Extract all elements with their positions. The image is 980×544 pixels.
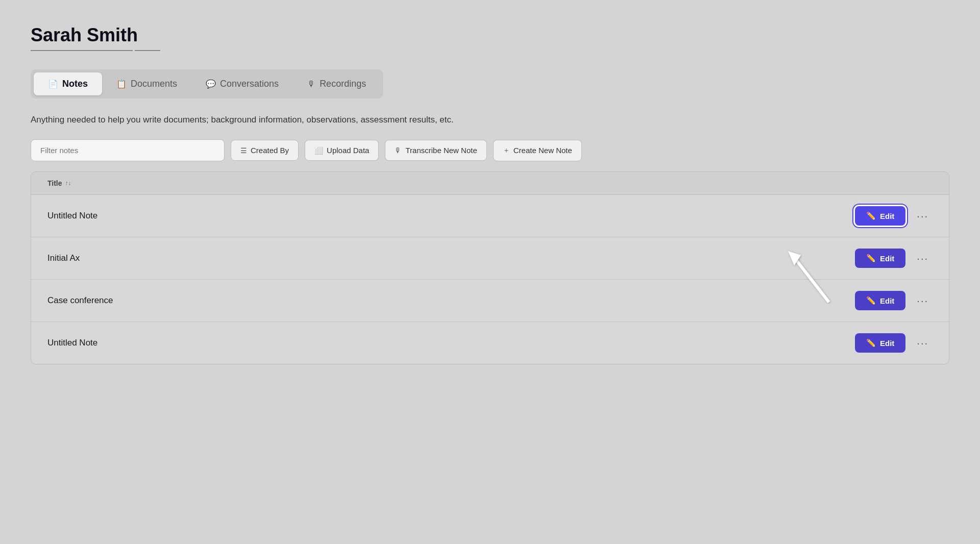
edit-pencil-icon: ✏️ bbox=[866, 211, 876, 220]
transcribe-label: Transcribe New Note bbox=[405, 146, 477, 155]
table-row: Untitled Note ✏️ Edit ··· bbox=[31, 322, 949, 364]
documents-icon: 📋 bbox=[116, 79, 127, 89]
title-column-label: Title bbox=[47, 179, 62, 187]
create-note-label: Create New Note bbox=[513, 146, 572, 155]
transcribe-button[interactable]: 🎙 Transcribe New Note bbox=[385, 140, 486, 161]
edit-pencil-icon: ✏️ bbox=[866, 296, 876, 305]
notes-icon: 📄 bbox=[48, 79, 58, 89]
notes-description: Anything needed to help you write docume… bbox=[31, 115, 949, 125]
tab-recordings-label: Recordings bbox=[320, 79, 366, 89]
underline-short bbox=[135, 50, 160, 51]
created-by-label: Created By bbox=[251, 146, 289, 155]
header-underline bbox=[31, 50, 949, 51]
row-actions: ✏️ Edit ··· bbox=[855, 291, 933, 310]
edit-button-2[interactable]: ✏️ Edit bbox=[855, 291, 905, 310]
edit-button-3[interactable]: ✏️ Edit bbox=[855, 333, 905, 353]
edit-label-3: Edit bbox=[880, 339, 894, 348]
row-title: Case conference bbox=[47, 295, 113, 306]
more-menu-button-1[interactable]: ··· bbox=[913, 251, 933, 266]
tab-notes-label: Notes bbox=[62, 79, 88, 89]
upload-data-button[interactable]: ⬜ Upload Data bbox=[305, 140, 379, 161]
row-actions: ✏️ Edit ··· bbox=[855, 206, 933, 226]
row-title: Initial Ax bbox=[47, 253, 80, 263]
table-rows-wrapper: Untitled Note ✏️ Edit ··· Initial Ax ✏️ … bbox=[31, 195, 949, 364]
tab-documents-label: Documents bbox=[131, 79, 177, 89]
table-row: Initial Ax ✏️ Edit ··· bbox=[31, 237, 949, 280]
patient-name: Sarah Smith bbox=[31, 24, 949, 46]
table-row: Case conference ✏️ Edit ··· bbox=[31, 280, 949, 322]
more-menu-button-0[interactable]: ··· bbox=[913, 208, 933, 224]
recordings-icon: 🎙 bbox=[307, 80, 315, 89]
more-menu-button-3[interactable]: ··· bbox=[913, 335, 933, 351]
table-row: Untitled Note ✏️ Edit ··· bbox=[31, 195, 949, 237]
plus-icon: ＋ bbox=[503, 146, 510, 155]
tab-documents[interactable]: 📋 Documents bbox=[102, 72, 191, 95]
mic-icon: 🎙 bbox=[395, 146, 402, 155]
edit-label-2: Edit bbox=[880, 296, 894, 305]
more-menu-button-2[interactable]: ··· bbox=[913, 293, 933, 309]
tabs-container: 📄 Notes 📋 Documents 💬 Conversations 🎙 Re… bbox=[31, 69, 383, 98]
filter-input[interactable] bbox=[31, 139, 225, 161]
edit-button-1[interactable]: ✏️ Edit bbox=[855, 249, 905, 268]
underline-long bbox=[31, 50, 133, 51]
edit-label-0: Edit bbox=[880, 212, 894, 220]
create-note-button[interactable]: ＋ Create New Note bbox=[493, 140, 582, 161]
edit-label-1: Edit bbox=[880, 254, 894, 263]
row-title: Untitled Note bbox=[47, 211, 97, 221]
tab-conversations-label: Conversations bbox=[220, 79, 279, 89]
page-header: Sarah Smith bbox=[31, 24, 949, 51]
toolbar: ☰ Created By ⬜ Upload Data 🎙 Transcribe … bbox=[31, 139, 949, 161]
row-actions: ✏️ Edit ··· bbox=[855, 249, 933, 268]
table-header: Title ↑↓ bbox=[31, 172, 949, 195]
sort-icon[interactable]: ↑↓ bbox=[65, 180, 71, 187]
filter-icon: ☰ bbox=[240, 146, 247, 155]
conversations-icon: 💬 bbox=[206, 79, 216, 89]
tab-recordings[interactable]: 🎙 Recordings bbox=[293, 72, 380, 95]
edit-pencil-icon: ✏️ bbox=[866, 254, 876, 263]
tab-notes[interactable]: 📄 Notes bbox=[34, 72, 102, 95]
tab-conversations[interactable]: 💬 Conversations bbox=[191, 72, 293, 95]
upload-icon: ⬜ bbox=[314, 146, 323, 155]
upload-data-label: Upload Data bbox=[327, 146, 369, 155]
edit-button-0[interactable]: ✏️ Edit bbox=[855, 206, 905, 226]
title-column-header: Title ↑↓ bbox=[47, 179, 71, 187]
edit-pencil-icon: ✏️ bbox=[866, 338, 876, 348]
created-by-button[interactable]: ☰ Created By bbox=[231, 140, 299, 161]
notes-table: Title ↑↓ Untitled Note ✏️ bbox=[31, 171, 949, 364]
row-actions: ✏️ Edit ··· bbox=[855, 333, 933, 353]
row-title: Untitled Note bbox=[47, 338, 97, 348]
